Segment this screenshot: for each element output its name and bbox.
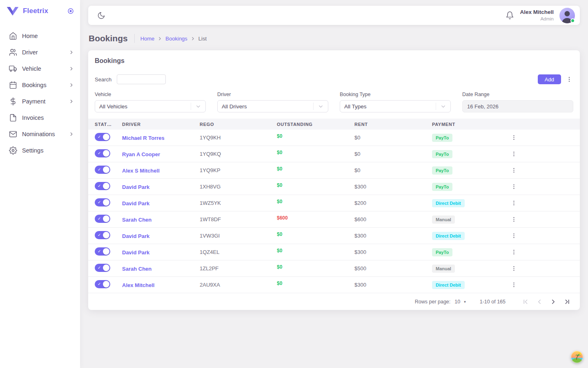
driver-link[interactable]: David Park (122, 249, 149, 256)
driver-link[interactable]: David Park (122, 200, 149, 206)
status-toggle[interactable]: ✓ (95, 198, 110, 206)
search-row: Search Add (95, 74, 573, 84)
outstanding-value: $0 (277, 248, 282, 254)
rent-value: $300 (354, 233, 432, 239)
payment-badge: Direct Debit (432, 281, 465, 289)
driver-link[interactable]: David Park (122, 184, 149, 190)
driver-link[interactable]: Alex S Mitchell (122, 168, 160, 174)
island-icon (571, 351, 583, 363)
driver-link[interactable]: David Park (122, 233, 149, 239)
breadcrumb-home-link[interactable]: Home (140, 36, 155, 42)
status-toggle[interactable]: ✓ (95, 182, 110, 190)
search-input[interactable] (117, 74, 166, 84)
table-options-button[interactable] (565, 75, 573, 83)
brand: Fleetrix (0, 0, 80, 22)
status-toggle[interactable]: ✓ (95, 166, 110, 174)
driver-link[interactable]: Alex Mitchell (122, 282, 154, 288)
status-toggle[interactable]: ✓ (95, 280, 110, 288)
row-actions-button[interactable] (509, 231, 519, 240)
rent-value: $300 (354, 282, 432, 288)
sidebar-item-payment[interactable]: Payment (0, 93, 80, 110)
user-name: Alex Mitchell (520, 9, 554, 16)
filter-bar: Vehicle All Vehicles Driver All Drivers … (95, 92, 573, 112)
toggle-knob (103, 183, 109, 189)
file-icon (9, 114, 17, 122)
table-row: ✓ Alex Mitchell 2AU9XA $0 $300 Direct De… (88, 277, 580, 293)
kebab-menu-icon (511, 200, 517, 206)
topbar: Alex Mitchell Admin (88, 6, 580, 25)
status-cell: ✓ (95, 166, 122, 175)
select-value: All Drivers (222, 103, 247, 110)
row-actions-button[interactable] (509, 198, 519, 208)
row-actions-button[interactable] (509, 280, 519, 289)
page-head: Bookings Home Bookings List (89, 33, 580, 44)
sidebar-pin-icon[interactable] (67, 7, 74, 15)
outstanding-value: $600 (277, 215, 288, 221)
rows-per-page-select[interactable]: 10 ▾ (454, 299, 466, 305)
kebab-menu-icon (511, 184, 517, 190)
sidebar-item-driver[interactable]: Driver (0, 44, 80, 61)
status-toggle[interactable]: ✓ (95, 247, 110, 256)
column-header-rent: RENT (354, 122, 432, 127)
island-widget-button[interactable] (571, 351, 583, 363)
booking-type-select[interactable]: All Types (340, 100, 451, 112)
payment-badge: Direct Debit (432, 199, 465, 207)
driver-link[interactable]: Ryan A Cooper (122, 151, 160, 157)
row-actions-button[interactable] (509, 264, 519, 273)
rego-value: 1VW3GI (200, 233, 277, 239)
prev-page-button[interactable] (536, 298, 543, 305)
sidebar-item-nominations[interactable]: Nominations (0, 126, 80, 142)
payment-badge: Manual (432, 215, 455, 224)
sidebar-item-bookings[interactable]: Bookings (0, 77, 80, 93)
first-page-button[interactable] (522, 298, 529, 305)
sidebar-item-settings[interactable]: Settings (0, 142, 80, 159)
first-page-icon (522, 298, 529, 305)
outstanding-value: $0 (277, 182, 282, 188)
row-actions-button[interactable] (509, 182, 519, 191)
row-actions-button[interactable] (509, 149, 519, 159)
check-icon: ✓ (98, 200, 101, 205)
driver-link[interactable]: Michael R Torres (122, 135, 165, 141)
notifications-button[interactable] (506, 11, 514, 20)
row-actions-button[interactable] (509, 247, 519, 257)
kebab-menu-icon (511, 249, 517, 255)
breadcrumb-bookings-link[interactable]: Bookings (165, 36, 187, 42)
payment-badge: PayTo (432, 248, 452, 256)
add-button[interactable]: Add (538, 74, 561, 84)
next-page-button[interactable] (550, 298, 557, 305)
kebab-menu-icon (511, 282, 517, 288)
rows-per-page-label: Rows per page: (415, 299, 451, 305)
kebab-menu-icon (511, 135, 517, 141)
driver-link[interactable]: Sarah Chen (122, 266, 151, 272)
status-cell: ✓ (95, 182, 122, 192)
check-icon: ✓ (98, 216, 101, 222)
date-range-input[interactable] (462, 100, 573, 112)
row-actions-button[interactable] (509, 215, 519, 224)
sidebar-item-vehicle[interactable]: Vehicle (0, 61, 80, 77)
kebab-menu-icon (566, 76, 572, 83)
sidebar-item-home[interactable]: Home (0, 28, 80, 44)
mail-icon (9, 130, 17, 138)
bookings-table: STAT… DRIVER REGO OUTSTANDING RENT PAYME… (88, 119, 580, 293)
sidebar-item-label: Home (22, 33, 74, 39)
sidebar-item-invoices[interactable]: Invoices (0, 110, 80, 126)
status-toggle[interactable]: ✓ (95, 133, 110, 141)
vehicle-select[interactable]: All Vehicles (95, 100, 206, 112)
dark-mode-toggle[interactable] (97, 11, 105, 20)
row-actions-button[interactable] (509, 133, 519, 142)
user-avatar[interactable] (559, 8, 575, 23)
fleetrix-logo-icon (7, 7, 19, 16)
row-actions-button[interactable] (509, 166, 519, 175)
status-toggle[interactable]: ✓ (95, 149, 110, 157)
outstanding-value: $0 (277, 264, 282, 270)
status-toggle[interactable]: ✓ (95, 264, 110, 272)
chevron-down-icon (436, 101, 450, 112)
status-toggle[interactable]: ✓ (95, 231, 110, 239)
payment-badge: Direct Debit (432, 232, 465, 240)
driver-link[interactable]: Sarah Chen (122, 217, 151, 223)
table-row: ✓ Alex S Mitchell 1YQ9KP $0 $0 PayTo (88, 162, 580, 179)
status-toggle[interactable]: ✓ (95, 215, 110, 223)
check-icon: ✓ (98, 183, 101, 189)
last-page-button[interactable] (564, 298, 571, 305)
driver-select[interactable]: All Drivers (217, 100, 328, 112)
